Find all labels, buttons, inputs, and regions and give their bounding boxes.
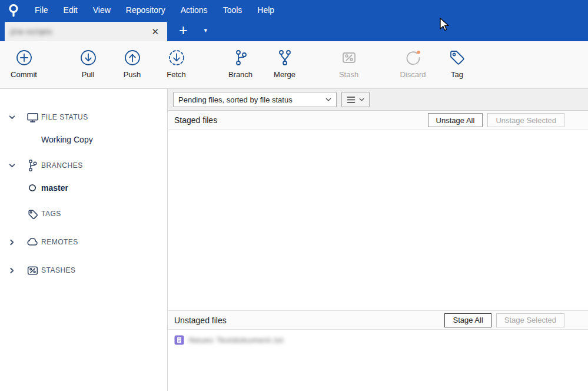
- stash-icon: [24, 264, 41, 277]
- stashes-label: STASHES: [41, 266, 76, 274]
- tab-dropdown-icon[interactable]: ▾: [200, 19, 212, 41]
- fetch-label: Fetch: [167, 70, 186, 79]
- current-branch-icon: [24, 183, 41, 193]
- menu-bar: File Edit View Repository Actions Tools …: [0, 0, 588, 19]
- unstaged-files-list: Neues Textdokument.txt: [168, 330, 588, 391]
- unstaged-files-header: Unstaged files Stage All Stage Selected: [168, 310, 588, 330]
- monitor-icon: [24, 111, 41, 124]
- remotes-label: REMOTES: [41, 238, 78, 246]
- sidebar-section-file-status[interactable]: FILE STATUS: [0, 106, 167, 128]
- chevron-down-icon: [359, 98, 364, 101]
- push-label: Push: [124, 70, 141, 79]
- pending-files-sort-dropdown[interactable]: Pending files, sorted by file status: [173, 92, 337, 107]
- staged-files-title: Staged files: [174, 115, 428, 125]
- stage-selected-button: Stage Selected: [496, 313, 564, 327]
- discard-button: Discard: [391, 49, 435, 79]
- pending-files-sort-value: Pending files, sorted by file status: [178, 95, 293, 104]
- branch-icon: [24, 159, 41, 172]
- sidebar-section-tags[interactable]: TAGS: [0, 203, 167, 225]
- sidebar-section-branches[interactable]: BRANCHES: [0, 154, 167, 177]
- discard-label: Discard: [400, 70, 426, 79]
- unstaged-file-name: Neues Textdokument.txt: [189, 336, 284, 344]
- sidebar-section-stashes[interactable]: STASHES: [0, 259, 167, 281]
- list-icon: [347, 96, 356, 104]
- sidebar: FILE STATUS Working Copy BRANCHES m: [0, 89, 168, 391]
- stash-button: Stash: [327, 49, 371, 79]
- close-tab-icon[interactable]: ✕: [149, 26, 161, 37]
- branch-label: Branch: [228, 70, 253, 79]
- sourcetree-window: File Edit View Repository Actions Tools …: [0, 0, 588, 391]
- chevron-right-icon[interactable]: [8, 238, 24, 246]
- filter-bar: Pending files, sorted by file status: [168, 89, 588, 111]
- branch-icon: [232, 49, 250, 67]
- repo-tab-title: jira-scripts: [11, 27, 149, 36]
- sidebar-item-working-copy[interactable]: Working Copy: [0, 128, 167, 151]
- main-content: Pending files, sorted by file status Sta…: [168, 89, 588, 391]
- chevron-right-icon[interactable]: [8, 267, 24, 274]
- menu-repository[interactable]: Repository: [118, 0, 173, 19]
- fetch-icon: [168, 49, 185, 67]
- fetch-button[interactable]: Fetch: [154, 49, 198, 79]
- tag-icon: [24, 208, 41, 220]
- merge-label: Merge: [274, 70, 295, 79]
- stage-all-button[interactable]: Stage All: [444, 313, 491, 327]
- branches-label: BRANCHES: [41, 161, 83, 170]
- commit-icon: [15, 49, 33, 67]
- repo-tab[interactable]: jira-scripts ✕: [5, 22, 167, 41]
- main-toolbar: Commit Pull Push Fet: [0, 41, 588, 89]
- menu-tools[interactable]: Tools: [215, 0, 250, 19]
- unstaged-file-row[interactable]: Neues Textdokument.txt: [174, 335, 588, 345]
- pull-label: Pull: [82, 70, 95, 79]
- menu-help[interactable]: Help: [250, 0, 282, 19]
- push-icon: [124, 49, 141, 67]
- menu-file[interactable]: File: [27, 0, 56, 19]
- staged-files-header: Staged files Unstage All Unstage Selecte…: [168, 111, 588, 130]
- sidebar-item-master[interactable]: master: [0, 177, 167, 199]
- menu-actions[interactable]: Actions: [173, 0, 215, 19]
- commit-button[interactable]: Commit: [2, 49, 46, 79]
- pull-button[interactable]: Pull: [66, 49, 110, 79]
- tags-label: TAGS: [41, 210, 61, 218]
- discard-icon: [404, 49, 422, 67]
- menu-edit[interactable]: Edit: [56, 0, 85, 19]
- sourcetree-logo-icon: [7, 3, 20, 17]
- unstaged-files-title: Unstaged files: [174, 316, 444, 325]
- chevron-down-icon[interactable]: [8, 114, 24, 121]
- push-button[interactable]: Push: [110, 49, 154, 79]
- pull-icon: [79, 49, 97, 67]
- view-options-dropdown[interactable]: [341, 92, 370, 107]
- working-copy-label: Working Copy: [41, 135, 93, 144]
- new-tab-button[interactable]: +: [175, 19, 191, 41]
- cloud-icon: [24, 236, 41, 248]
- master-branch-label: master: [41, 183, 68, 193]
- menu-view[interactable]: View: [85, 0, 118, 19]
- tag-label: Tag: [451, 70, 463, 79]
- stash-icon: [340, 49, 358, 67]
- unstage-selected-button: Unstage Selected: [487, 113, 564, 127]
- file-icon: [174, 335, 184, 345]
- chevron-down-icon[interactable]: [8, 162, 24, 170]
- merge-button[interactable]: Merge: [263, 49, 307, 79]
- commit-label: Commit: [11, 70, 37, 79]
- sidebar-section-remotes[interactable]: REMOTES: [0, 231, 167, 253]
- merge-icon: [276, 49, 294, 67]
- tag-button[interactable]: Tag: [435, 49, 479, 79]
- tag-icon: [449, 49, 466, 67]
- tab-bar: jira-scripts ✕ + ▾: [0, 19, 588, 41]
- staged-files-list: [168, 130, 588, 310]
- stash-label: Stash: [339, 70, 358, 79]
- unstage-all-button[interactable]: Unstage All: [428, 113, 483, 127]
- branch-button[interactable]: Branch: [218, 49, 263, 79]
- file-status-label: FILE STATUS: [41, 113, 88, 121]
